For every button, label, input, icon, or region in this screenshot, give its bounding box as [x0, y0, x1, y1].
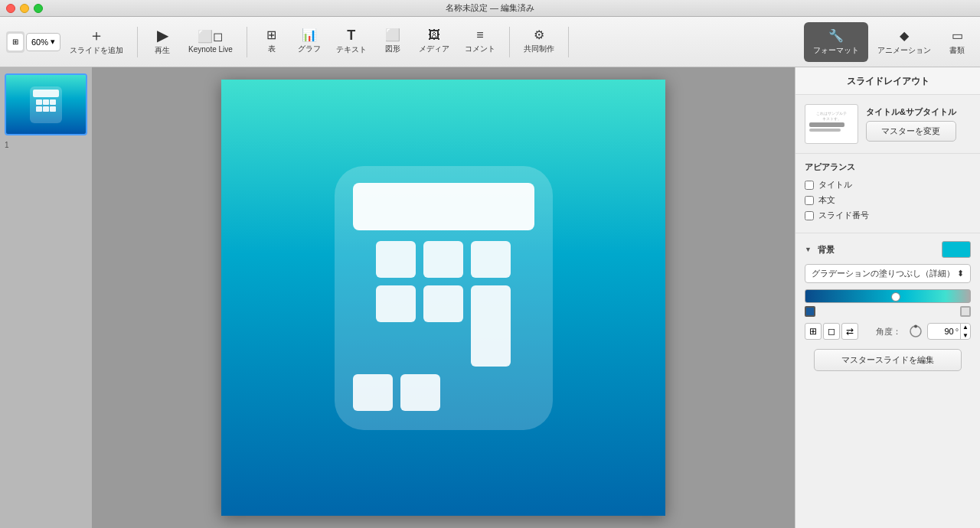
table-button[interactable]: ⊞ 表 [255, 22, 289, 62]
comment-label: コメント [465, 44, 495, 54]
play-button[interactable]: ▶ 再生 [145, 22, 179, 62]
close-button[interactable] [6, 4, 15, 13]
gradient-handle-row [805, 306, 971, 317]
gradient-handle-left[interactable] [805, 306, 815, 317]
zoom-chevron-icon: ▾ [51, 37, 55, 47]
title-checkbox-row: タイトル [805, 179, 971, 191]
animate-tab[interactable]: ◆ アニメーション [868, 22, 940, 62]
canvas-area[interactable] [92, 67, 795, 528]
collaborate-button[interactable]: ⚙ 共同制作 [518, 22, 560, 62]
body-checkbox-row: 本文 [805, 194, 971, 206]
add-slide-icon: ＋ [89, 28, 104, 43]
calc-btn [376, 285, 416, 322]
slide-number-checkbox[interactable] [805, 211, 814, 220]
angle-label: 角度： [876, 326, 901, 337]
media-icon: 🖼 [428, 29, 440, 41]
gradient-dropdown[interactable]: グラデーションの塗りつぶし（詳細） ⬍ [805, 264, 971, 283]
slide-number-checkbox-row: スライド番号 [805, 210, 971, 221]
background-color-swatch[interactable] [942, 241, 971, 258]
chart-button[interactable]: 📊 グラフ [292, 22, 327, 62]
document-tab[interactable]: ▭ 書類 [940, 22, 974, 62]
calc-btn [471, 241, 511, 278]
document-icon: ▭ [952, 28, 963, 43]
window-title: 名称未設定 — 編集済み [446, 2, 534, 14]
calc-btn [376, 241, 416, 278]
angle-decrement-button[interactable]: ▼ [961, 331, 970, 340]
format-tab[interactable]: 🔧 フォーマット [804, 22, 868, 62]
chart-icon: 📊 [302, 29, 317, 41]
calc-btn [423, 285, 463, 322]
angle-knob[interactable] [909, 324, 923, 338]
calc-screen [353, 183, 534, 230]
slide-thumbnail-1[interactable] [5, 73, 87, 135]
angle-value-box: ° ▲ ▼ [927, 323, 971, 340]
view-zoom-group: ⊞ 60% ▾ [6, 31, 60, 53]
calc-buttons [353, 241, 534, 411]
angle-row: ⊞ ◻ ⇄ 角度： ° ▲ ▼ [805, 323, 971, 340]
layout-preview-line-2 [809, 129, 841, 132]
change-master-button[interactable]: マスターを変更 [866, 121, 956, 142]
format-label: フォーマット [813, 45, 859, 56]
slide-panel: 1 [0, 67, 92, 528]
right-panel-header: スライドレイアウト [795, 67, 980, 95]
keynote-live-label: Keynote Live [188, 45, 233, 54]
separator-4 [568, 27, 569, 57]
zoom-value: 60% [31, 37, 48, 47]
minimize-button[interactable] [20, 4, 29, 13]
layout-title: タイトル&サブタイトル [866, 106, 956, 118]
text-button[interactable]: T テキスト [330, 22, 373, 62]
layout-preview-area: これはサンプルテ キストす。 タイトル&サブタイトル マスターを変更 [795, 95, 980, 154]
angle-icon-btn-1[interactable]: ⊞ [805, 323, 822, 340]
animate-label: アニメーション [877, 45, 931, 56]
background-section: ▼ 背景 グラデーションの塗りつぶし（詳細） ⬍ [795, 233, 980, 379]
master-slide-button[interactable]: マスタースライドを編集 [814, 349, 962, 371]
comment-button[interactable]: ≡ コメント [459, 22, 501, 62]
maximize-button[interactable] [34, 4, 43, 13]
view-button[interactable]: ⊞ [8, 34, 23, 51]
slide-number-checkbox-label: スライド番号 [818, 210, 869, 221]
traffic-lights[interactable] [6, 4, 43, 13]
body-checkbox[interactable] [805, 196, 814, 205]
shape-label: 図形 [385, 44, 400, 54]
body-checkbox-label: 本文 [818, 194, 835, 206]
table-icon: ⊞ [266, 29, 276, 41]
main-area: 1 [0, 67, 980, 528]
media-button[interactable]: 🖼 メディア [413, 22, 456, 62]
gradient-bar[interactable] [805, 289, 971, 303]
add-slide-button[interactable]: ＋ スライドを追加 [64, 22, 129, 62]
angle-flip-btn[interactable]: ⇄ [841, 323, 858, 340]
calc-row-1 [353, 241, 534, 278]
title-checkbox[interactable] [805, 181, 814, 190]
background-label: 背景 [818, 244, 835, 256]
collapse-triangle-icon: ▼ [805, 246, 812, 253]
angle-stepper: ▲ ▼ [960, 323, 970, 340]
media-label: メディア [419, 44, 449, 54]
gradient-thumb[interactable] [891, 292, 900, 301]
right-panel: スライドレイアウト これはサンプルテ キストす。 タイトル&サブタイトル マスタ… [795, 67, 980, 528]
layout-title-area: タイトル&サブタイトル マスターを変更 [866, 106, 956, 142]
gradient-handle-right[interactable] [960, 306, 971, 317]
angle-increment-button[interactable]: ▲ [961, 323, 970, 331]
calc-row-2 [353, 285, 534, 367]
background-header-left: ▼ 背景 [805, 244, 835, 256]
keynote-live-button[interactable]: ⬜◻ Keynote Live [182, 22, 239, 62]
slide-canvas[interactable] [221, 80, 665, 516]
view-selector[interactable]: ⊞ [6, 31, 24, 53]
separator-3 [509, 27, 510, 57]
collaborate-icon: ⚙ [534, 29, 544, 41]
background-header: ▼ 背景 [805, 241, 971, 258]
shape-button[interactable]: ⬜ 図形 [376, 22, 410, 62]
calc-row-3 [353, 374, 534, 411]
right-tabs: 🔧 フォーマット ◆ アニメーション ▭ 書類 [804, 22, 974, 62]
gradient-label: グラデーションの塗りつぶし（詳細） [812, 268, 955, 279]
angle-icon-btn-2[interactable]: ◻ [823, 323, 840, 340]
appearance-title: アピアランス [805, 161, 971, 173]
format-icon: 🔧 [828, 28, 844, 43]
calc-btn-tall [471, 285, 511, 367]
toolbar: ⊞ 60% ▾ ＋ スライドを追加 ▶ 再生 ⬜◻ Keynote Live ⊞… [0, 17, 980, 67]
zoom-selector[interactable]: 60% ▾ [26, 33, 60, 51]
text-label: テキスト [336, 44, 367, 55]
chart-label: グラフ [298, 44, 321, 54]
angle-input[interactable] [928, 327, 956, 336]
calc-btn [400, 374, 440, 411]
